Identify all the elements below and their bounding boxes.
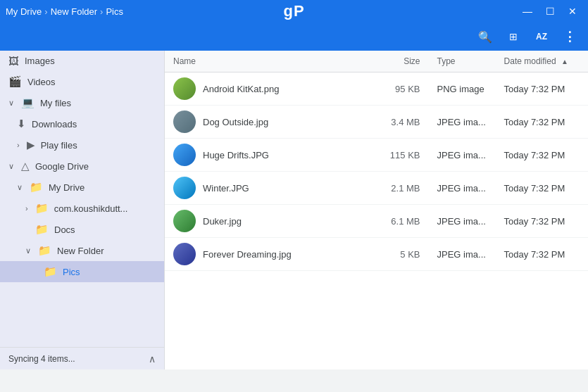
sidebar-item-my-files[interactable]: ∨ 💻 My files [0, 92, 164, 113]
sidebar-item-google-drive[interactable]: ∨ △ Google Drive [0, 156, 164, 177]
file-name: Huge Drifts.JPG [203, 150, 269, 160]
google-drive-icon: △ [21, 160, 30, 172]
sidebar-item-docs[interactable]: 📁 Docs [0, 219, 164, 240]
more-menu-button[interactable]: ⋮ [558, 25, 581, 48]
sidebar-item-label: My Drive [49, 182, 85, 193]
sidebar-item-pics[interactable]: 📁 Pics [0, 261, 164, 282]
file-name: Duker.jpg [203, 216, 242, 227]
file-thumbnail [173, 144, 196, 166]
expand-arrow-icon: › [25, 204, 28, 213]
expand-arrow-icon: ∨ [17, 183, 23, 192]
play-files-icon: ▶ [27, 139, 35, 151]
sidebar-item-videos[interactable]: 🎬 Videos [0, 71, 164, 92]
table-row[interactable]: Huge Drifts.JPG 115 KB JPEG ima... Today… [165, 139, 588, 172]
breadcrumb-item-1[interactable]: My Drive [6, 6, 42, 17]
collapse-button[interactable]: ∧ [149, 353, 156, 365]
file-type: JPEG ima... [429, 238, 496, 271]
main-layout: 🖼 Images 🎬 Videos ∨ 💻 My files ⬇ Downloa… [0, 51, 588, 369]
sidebar-item-label: My files [40, 98, 71, 108]
file-date: Today 7:32 PM [496, 139, 588, 172]
table-row[interactable]: Winter.JPG 2.1 MB JPEG ima... Today 7:32… [165, 172, 588, 205]
collapse-icon: ∧ [149, 353, 156, 365]
minimize-button[interactable]: — [518, 1, 537, 21]
file-size: 6.1 MB [375, 205, 429, 238]
sidebar-item-images[interactable]: 🖼 Images [0, 51, 164, 71]
col-header-size[interactable]: Size [375, 51, 429, 72]
folder-icon: 📁 [44, 265, 57, 278]
folder-icon: 📁 [38, 244, 51, 257]
app-logo: gP [283, 2, 304, 20]
file-name: Forever Dreaming.jpg [203, 249, 292, 260]
file-type: JPEG ima... [429, 139, 496, 172]
sidebar: 🖼 Images 🎬 Videos ∨ 💻 My files ⬇ Downloa… [0, 51, 165, 369]
my-drive-icon: 📁 [30, 181, 43, 194]
file-size: 115 KB [375, 139, 429, 172]
status-bar: Syncing 4 items... ∧ [0, 347, 164, 369]
sidebar-item-my-drive[interactable]: ∨ 📁 My Drive [0, 177, 164, 198]
sidebar-item-play-files[interactable]: › ▶ Play files [0, 134, 164, 156]
breadcrumb: My Drive › New Folder › Pics [6, 6, 123, 17]
file-size: 3.4 MB [375, 106, 429, 139]
sidebar-items-list: 🖼 Images 🎬 Videos ∨ 💻 My files ⬇ Downloa… [0, 51, 164, 347]
table-header-row: Name Size Type Date modified ▲ [165, 51, 588, 72]
file-size: 95 KB [375, 72, 429, 106]
sort-arrow-icon: ▲ [561, 58, 568, 65]
col-header-name[interactable]: Name [165, 51, 375, 72]
file-date: Today 7:32 PM [496, 238, 588, 271]
file-name-cell: Winter.JPG [165, 172, 375, 205]
grid-icon: ⊞ [509, 31, 518, 42]
file-table: Name Size Type Date modified ▲ [165, 51, 588, 271]
breadcrumb-item-3[interactable]: Pics [106, 6, 123, 17]
expand-arrow-icon: ∨ [8, 162, 14, 171]
videos-icon: 🎬 [8, 75, 22, 88]
grid-view-button[interactable]: ⊞ [502, 25, 525, 48]
search-button[interactable]: 🔍 [474, 25, 496, 48]
sidebar-item-downloads[interactable]: ⬇ Downloads [0, 113, 164, 134]
file-name: Winter.JPG [203, 183, 249, 194]
sidebar-item-label: Docs [54, 225, 75, 235]
file-name-cell: Huge Drifts.JPG [165, 139, 375, 172]
file-date: Today 7:32 PM [496, 172, 588, 205]
breadcrumb-sep-1: › [44, 6, 47, 17]
sidebar-item-new-folder[interactable]: ∨ 📁 New Folder [0, 240, 164, 261]
file-name: Dog Outside.jpg [203, 117, 268, 127]
sidebar-item-label: New Folder [57, 246, 104, 256]
sidebar-item-label: Google Drive [35, 161, 89, 172]
file-date: Today 7:32 PM [496, 72, 588, 106]
file-type: JPEG ima... [429, 205, 496, 238]
col-header-type[interactable]: Type [429, 51, 496, 72]
file-thumbnail [173, 110, 196, 133]
expand-arrow-icon: ∨ [8, 99, 14, 108]
file-size: 5 KB [375, 238, 429, 271]
file-thumbnail [173, 243, 196, 265]
table-row[interactable]: Forever Dreaming.jpg 5 KB JPEG ima... To… [165, 238, 588, 271]
file-name-cell: Dog Outside.jpg [165, 106, 375, 139]
maximize-button[interactable]: ☐ [540, 1, 560, 21]
sidebar-item-label: Videos [27, 77, 56, 87]
more-menu-icon: ⋮ [563, 29, 576, 44]
table-row[interactable]: Dog Outside.jpg 3.4 MB JPEG ima... Today… [165, 106, 588, 139]
file-type: JPEG ima... [429, 172, 496, 205]
downloads-icon: ⬇ [17, 118, 26, 130]
col-header-date[interactable]: Date modified ▲ [496, 51, 588, 72]
close-button[interactable]: ✕ [563, 1, 582, 21]
file-area: Name Size Type Date modified ▲ [165, 51, 588, 369]
my-files-icon: 💻 [21, 96, 35, 109]
folder-icon: 📁 [35, 223, 49, 236]
sort-button[interactable]: AZ [530, 25, 553, 48]
table-row[interactable]: Android KitKat.png 95 KB PNG image Today… [165, 72, 588, 106]
file-type: JPEG ima... [429, 106, 496, 139]
breadcrumb-item-2[interactable]: New Folder [51, 6, 97, 17]
table-row[interactable]: Duker.jpg 6.1 MB JPEG ima... Today 7:32 … [165, 205, 588, 238]
breadcrumb-sep-2: › [100, 6, 103, 17]
file-name-cell: Forever Dreaming.jpg [165, 238, 375, 271]
file-name-cell: Android KitKat.png [165, 72, 375, 106]
sidebar-item-label: Pics [63, 267, 80, 277]
file-thumbnail [173, 210, 196, 232]
file-date: Today 7:32 PM [496, 205, 588, 238]
sort-icon: AZ [536, 32, 547, 42]
sidebar-item-com-koushikdutt[interactable]: › 📁 com.koushikdutt... [0, 198, 164, 219]
file-size: 2.1 MB [375, 172, 429, 205]
sidebar-item-label: Play files [41, 140, 77, 151]
file-thumbnail [173, 177, 196, 199]
